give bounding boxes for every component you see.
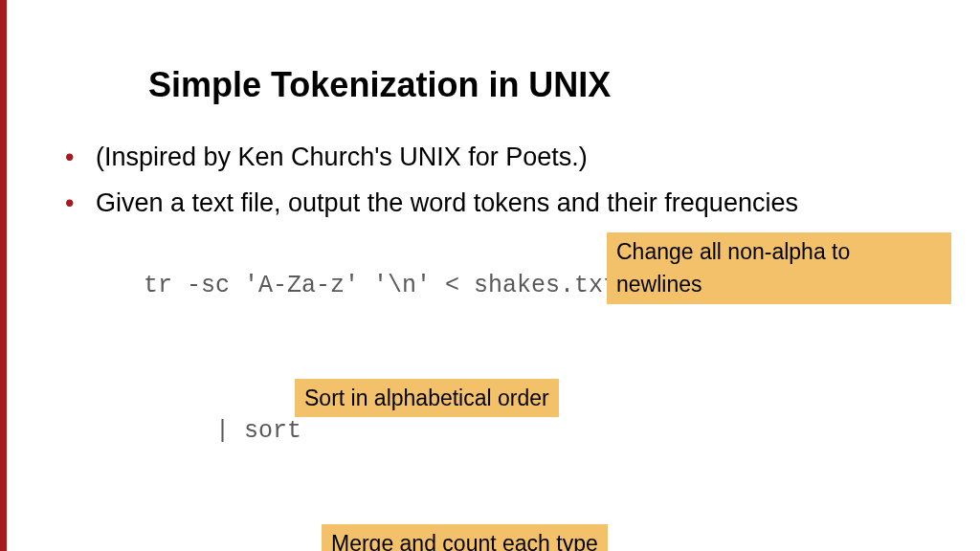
bullet-item: (Inspired by Ken Church's UNIX for Poets… [57,140,951,174]
code-line-3: | uniq –c Merge and count each type [57,523,951,551]
bullet-item: Given a text file, output the word token… [57,186,951,220]
annotation-uniq: Merge and count each type [322,524,608,551]
slide-content: Simple Tokenization in UNIX (Inspired by… [0,0,980,551]
annotation-nonalpha: Change all non-alpha to newlines [607,232,951,304]
code-line-1: tr -sc 'A-Za-z' '\n' < shakes.txt Change… [57,232,951,376]
bullet-list: (Inspired by Ken Church's UNIX for Poets… [57,140,951,221]
accent-bar [0,0,7,551]
code-line-2: | sort Sort in alphabetical order [57,378,951,521]
annotation-sort: Sort in alphabetical order [295,379,559,418]
code-block: tr -sc 'A-Za-z' '\n' < shakes.txt Change… [57,232,951,551]
page-title: Simple Tokenization in UNIX [148,65,951,105]
code-text: | sort [144,417,301,445]
code-text: tr -sc 'A-Za-z' '\n' < shakes.txt [144,272,617,299]
